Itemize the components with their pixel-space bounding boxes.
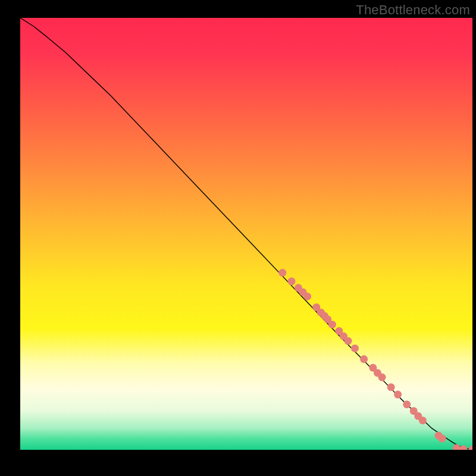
data-point bbox=[387, 383, 395, 391]
data-point bbox=[328, 321, 336, 328]
data-point bbox=[351, 345, 359, 352]
data-point bbox=[288, 277, 296, 285]
data-point bbox=[303, 293, 311, 300]
data-point bbox=[360, 355, 368, 363]
data-point bbox=[394, 391, 402, 399]
data-point bbox=[278, 269, 286, 277]
data-point bbox=[439, 435, 446, 443]
data-point bbox=[419, 416, 427, 424]
gradient-background bbox=[20, 18, 472, 450]
chart-frame: TheBottleneck.com bbox=[0, 0, 476, 476]
data-point bbox=[403, 400, 411, 408]
data-point bbox=[345, 337, 352, 345]
data-point bbox=[378, 374, 386, 381]
plot-area bbox=[20, 18, 472, 450]
watermark-text: TheBottleneck.com bbox=[356, 2, 470, 18]
chart-svg bbox=[20, 18, 472, 450]
